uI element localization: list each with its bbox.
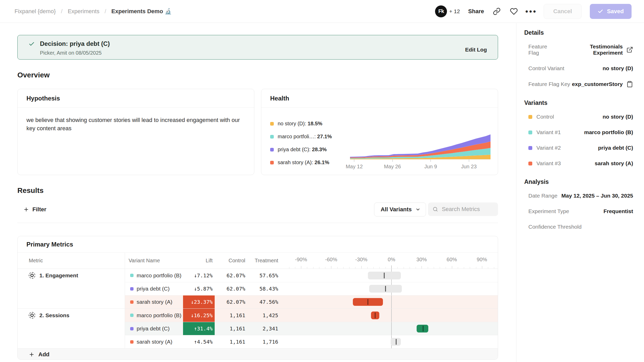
treatment-value: 2,341 [247,325,280,332]
breadcrumb-current[interactable]: Experiments Demo 🔬 [111,8,172,15]
more-options-icon[interactable]: ●●● [527,7,535,16]
hypothesis-body: we believe that showing customer stories… [18,108,254,141]
variant-filter-label: All Variants [381,206,412,213]
metric-name: 2. Sessions [39,312,69,319]
lift-marker [384,273,385,278]
variant-filter-dropdown[interactable]: All Variants [374,202,426,216]
detail-label: Feature Flag [528,44,559,56]
legend-label: sarah story (A): 26.1% [278,160,329,165]
metric-variant-row[interactable]: priya debt (C)↓5.87%62.07%58.43% [125,282,498,295]
treatment-value: 1,716 [247,339,280,345]
health-legend-item: sarah story (A): 26.1% [270,160,350,165]
edit-log-button[interactable]: Edit Log [465,47,487,53]
metric-variant-rows: marco portfolio (B)↓7.12%62.07%57.65%pri… [125,269,498,308]
detail-value: sarah story (A) [595,160,633,166]
treatment-value: 57.65% [247,272,280,279]
external-link-icon[interactable] [626,46,633,53]
zero-line [391,309,392,322]
metric-target-icon [29,312,35,318]
zero-line [391,295,392,308]
decision-title: Decision: priya debt (C) [40,40,110,47]
search-metrics-box[interactable] [428,202,498,216]
ruler-tick [289,267,289,269]
search-icon [433,206,438,212]
ruler-tick [379,267,380,269]
ruler-tick [367,267,368,269]
variant-name-cell: sarah story (A) [125,299,183,305]
detail-label: Variant #1 [528,129,561,135]
breadcrumb-experiments[interactable]: Experiments [68,8,99,15]
chevron-down-icon [415,207,421,212]
detail-label: Variant #2 [528,145,561,151]
metric-variant-rows: marco portfolio (B)↓16.25%1,1611,425priy… [125,309,498,348]
detail-label: Confidence Threshold [528,224,582,230]
metric-variant-row[interactable]: marco portfolio (B)↓16.25%1,1611,425 [125,309,498,322]
ruler-tick [313,267,313,269]
lift-cell: ↓16.25% [183,309,215,322]
metric-cell[interactable]: 2. Sessions [18,309,125,348]
metric-variant-row[interactable]: marco portfolio (B)↓7.12%62.07%57.65% [125,269,498,282]
lift-marker [385,286,386,292]
breadcrumb-project[interactable]: Fixpanel {demo} [15,8,56,15]
add-metric-button[interactable]: Add [18,348,498,360]
ruler-tick [337,267,338,269]
legend-swatch [270,161,274,164]
confidence-interval-cell [286,282,497,295]
metric-variant-row[interactable]: sarah story (A)↓23.37%62.07%47.56% [125,295,498,308]
sidebar-detail-row: Feature FlagTestimonials Experiment [528,44,633,56]
confidence-interval-cell [286,335,497,348]
ruler-tick [361,266,362,269]
legend-label: marco portfoli…: 27.1% [278,134,332,140]
variant-name: priya debt (C) [137,286,170,292]
variant-name-cell: priya debt (C) [125,325,183,332]
metric-cell[interactable]: 1. Engagement [18,269,125,308]
lift-axis-label: 90% [477,257,487,263]
confidence-interval-cell [286,269,497,282]
copy-link-icon[interactable] [492,7,501,16]
sidebar-detail-row: Control Variantno story (D) [528,65,633,71]
ruler-tick [416,267,416,269]
share-button[interactable]: Share [468,8,484,15]
lift-cell: ↓7.12% [183,269,215,282]
variant-name: sarah story (A) [137,339,172,345]
variant-color-dot [130,327,134,330]
search-metrics-input[interactable] [441,206,493,213]
control-value: 1,161 [215,312,247,318]
saved-button[interactable]: Saved [590,4,632,19]
x-tick [469,160,469,162]
column-variant-name: Variant Name [125,253,183,269]
details-section: Details Feature FlagTestimonials Experim… [524,29,633,88]
ruler-tick [307,267,307,269]
legend-label: no story (D): 18.5% [278,121,322,127]
variant-color-dot [130,314,134,317]
detail-value: priya debt (C) [598,145,633,151]
control-value: 62.07% [215,299,247,305]
cancel-button[interactable]: Cancel [544,4,582,19]
breadcrumb-separator: / [61,8,62,15]
check-icon [598,9,603,14]
control-value: 62.07% [215,272,247,279]
collaborators[interactable]: Fk + 12 [435,5,460,17]
lift-axis-label: -30% [355,257,367,263]
lift-cell: ↓5.87% [183,282,215,295]
clipboard-copy-icon[interactable] [626,81,633,88]
variant-color-swatch [528,162,532,165]
favorite-heart-icon[interactable] [509,7,518,16]
add-filter-button[interactable]: Filter [17,206,48,213]
lift-axis-label: 60% [447,257,457,263]
metric-variant-row[interactable]: sarah story (A)↑4.54%1,1611,716 [125,335,498,348]
variant-color-swatch [528,115,532,119]
hypothesis-card: Hypothesis we believe that showing custo… [17,89,254,175]
lift-marker [375,313,376,318]
variant-name: marco portfolio (B) [137,272,181,279]
lift-cell: ↓23.37% [183,295,215,308]
primary-metrics-title: Primary Metrics [18,236,498,253]
treatment-value: 1,425 [247,312,280,318]
variant-name: sarah story (A) [137,299,172,305]
ruler-tick [482,266,482,269]
ruler-tick [404,267,404,269]
avatar[interactable]: Fk [435,5,447,17]
metric-variant-row[interactable]: priya debt (C)↑31.4%1,1612,341 [125,322,498,335]
legend-label: priya debt (C): 28.3% [278,147,327,153]
variant-color-dot [130,287,134,291]
